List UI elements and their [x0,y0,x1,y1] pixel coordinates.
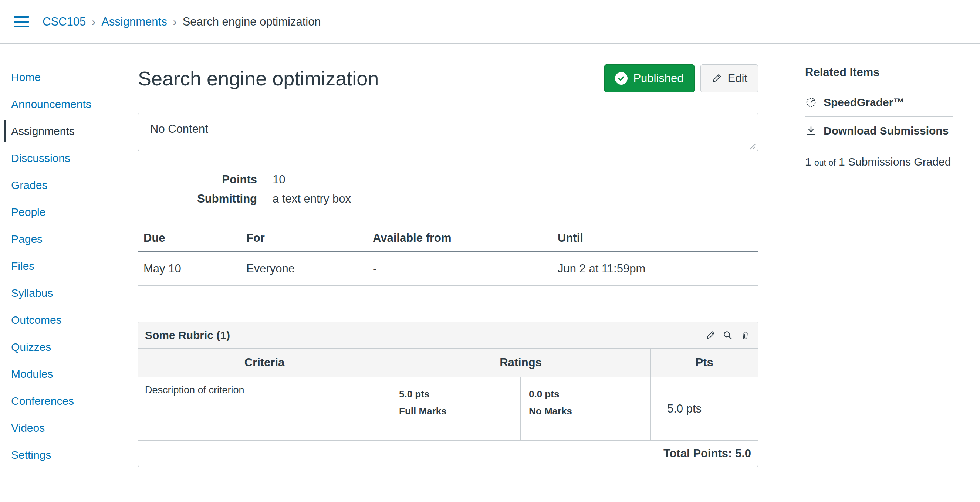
resize-handle-icon[interactable] [748,143,756,150]
top-bar: CSC105 › Assignments › Search engine opt… [0,0,980,44]
chevron-right-icon: › [92,16,95,28]
delete-rubric-trash-icon[interactable] [739,329,751,341]
due-header: Due [138,226,241,252]
pts-header: Pts [651,349,758,376]
submitting-label: Submitting [138,192,257,205]
submitting-value: a text entry box [272,192,351,205]
sidebar-item-discussions[interactable]: Discussions [11,145,138,172]
speedgrader-icon [805,97,817,108]
sidebar-item-quizzes[interactable]: Quizzes [11,334,138,361]
check-circle-icon [615,72,628,85]
sidebar-item-home[interactable]: Home [11,64,138,91]
sidebar-item-grades[interactable]: Grades [11,172,138,199]
chevron-right-icon: › [173,16,177,28]
sidebar-item-syllabus[interactable]: Syllabus [11,280,138,307]
breadcrumb-link-assignments[interactable]: Assignments [101,15,167,29]
for-value: Everyone [241,252,367,286]
until-value: Jun 2 at 11:59pm [552,252,758,286]
points-label: Points [138,173,257,186]
rating-label: Full Marks [399,403,512,420]
rubric-header: Some Rubric (1) [138,322,758,349]
rating-label: No Marks [529,403,642,420]
points-row: Points 10 [138,173,758,186]
sidebar-item-videos[interactable]: Videos [11,415,138,442]
for-header: For [241,226,367,252]
related-items-title: Related Items [805,66,953,88]
available-from-header: Available from [367,226,552,252]
sidebar-item-announcements[interactable]: Announcements [11,91,138,118]
breadcrumb-link-course[interactable]: CSC105 [43,15,86,29]
rubric-criterion-row: Description of criterion 5.0 pts Full Ma… [138,377,758,441]
submissions-graded-status: 1 out of 1 Submissions Graded [805,156,953,168]
rubric-panel: Some Rubric (1) Criteria Ratings Pts [138,322,758,467]
points-value: 10 [272,173,285,186]
graded-rest: 1 Submissions Graded [839,156,951,168]
due-dates-row: May 10 Everyone - Jun 2 at 11:59pm [138,252,758,286]
rating-points: 5.0 pts [399,386,512,403]
rubric-total-points: Total Points: 5.0 [138,441,758,467]
criteria-header: Criteria [138,349,391,376]
sidebar-item-conferences[interactable]: Conferences [11,388,138,415]
related-items-sidebar: Related Items SpeedGrader™ Download Subm… [805,44,980,502]
ratings-header: Ratings [391,349,651,376]
pencil-icon [711,73,722,84]
assignment-main: Search engine optimization Published Edi… [138,44,758,502]
speedgrader-link[interactable]: SpeedGrader™ [805,88,953,117]
content-row: Home Announcements Assignments Discussio… [0,44,980,502]
search-rubric-magnifier-icon[interactable] [722,329,734,341]
submitting-row: Submitting a text entry box [138,192,758,205]
graded-count: 1 [805,156,811,168]
sidebar-item-people[interactable]: People [11,199,138,226]
download-icon [805,125,817,137]
no-content-text: No Content [150,122,208,135]
download-submissions-label: Download Submissions [824,125,948,137]
speedgrader-label: SpeedGrader™ [824,96,904,109]
page-title: Search engine optimization [138,67,379,90]
graded-of-label: out of [815,158,836,167]
sidebar-item-pages[interactable]: Pages [11,226,138,253]
breadcrumb-current: Search engine optimization [183,15,321,29]
rating-no-marks: 0.0 pts No Marks [521,377,651,440]
due-value: May 10 [138,252,241,286]
rubric-column-headers: Criteria Ratings Pts [138,349,758,377]
published-button-label: Published [633,72,683,85]
breadcrumb: CSC105 › Assignments › Search engine opt… [43,15,321,29]
sidebar-item-assignments[interactable]: Assignments [11,118,138,145]
due-dates-header-row: Due For Available from Until [138,226,758,252]
sidebar-item-outcomes[interactable]: Outcomes [11,307,138,334]
download-submissions-link[interactable]: Download Submissions [805,117,953,145]
sidebar-item-settings[interactable]: Settings [11,442,138,469]
criterion-description: Description of criterion [138,377,391,440]
sidebar-item-files[interactable]: Files [11,253,138,280]
ratings-cell: 5.0 pts Full Marks 0.0 pts No Marks [391,377,651,440]
assignment-details: Points 10 Submitting a text entry box [138,173,758,205]
published-button[interactable]: Published [604,64,694,92]
sidebar-item-modules[interactable]: Modules [11,361,138,388]
assignment-header: Search engine optimization Published Edi… [138,64,758,92]
edit-button[interactable]: Edit [700,64,758,92]
edit-rubric-pencil-icon[interactable] [705,329,716,341]
rating-points: 0.0 pts [529,386,642,403]
available-from-value: - [367,252,552,286]
edit-button-label: Edit [728,72,748,85]
due-dates-table: Due For Available from Until May 10 Ever… [138,226,758,286]
header-buttons: Published Edit [604,64,758,92]
rating-full-marks: 5.0 pts Full Marks [391,377,521,440]
criterion-pts-value: 5.0 pts [651,377,758,440]
course-navigation: Home Announcements Assignments Discussio… [0,44,138,502]
until-header: Until [552,226,758,252]
rubric-actions [705,329,751,341]
hamburger-menu-icon[interactable] [14,16,29,27]
rubric-title: Some Rubric (1) [145,329,230,342]
assignment-description-box: No Content [138,112,758,152]
